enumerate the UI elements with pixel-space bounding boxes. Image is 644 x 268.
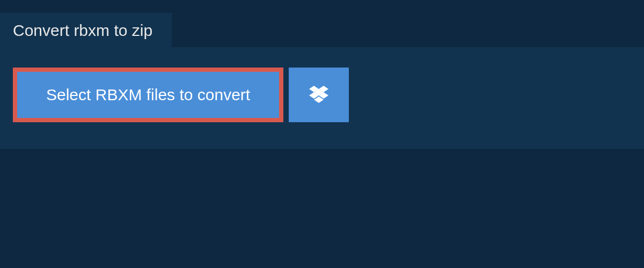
tab-title: Convert rbxm to zip <box>13 21 152 39</box>
dropbox-source-button[interactable] <box>289 68 349 122</box>
dropbox-icon <box>309 86 328 104</box>
file-select-row: Select RBXM files to convert <box>13 68 631 122</box>
select-files-label: Select RBXM files to convert <box>46 86 250 104</box>
tab-convert-rbxm-zip[interactable]: Convert rbxm to zip <box>0 13 172 48</box>
converter-panel: Select RBXM files to convert <box>0 47 644 149</box>
select-files-button[interactable]: Select RBXM files to convert <box>13 68 283 122</box>
